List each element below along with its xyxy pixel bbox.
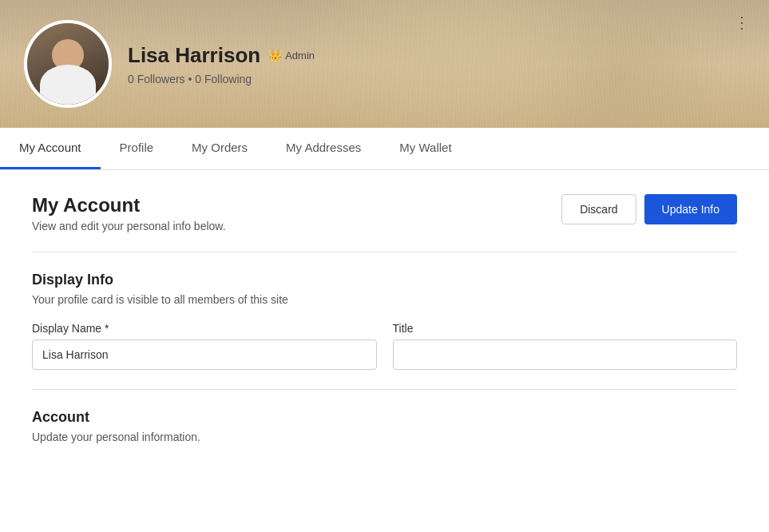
page-title: My Account xyxy=(32,194,226,216)
crown-icon: 👑 xyxy=(268,49,282,62)
avatar xyxy=(27,23,109,105)
nav-tabs: My Account Profile My Orders My Addresse… xyxy=(0,128,769,170)
title-input[interactable] xyxy=(393,339,738,370)
update-info-button[interactable]: Update Info xyxy=(644,194,737,224)
user-name: Lisa Harrison xyxy=(128,43,260,68)
page-title-block: My Account View and edit your personal i… xyxy=(32,194,226,232)
admin-badge: 👑 Admin xyxy=(268,49,315,62)
main-content: My Account View and edit your personal i… xyxy=(0,170,769,483)
title-group: Title xyxy=(393,322,738,370)
display-info-title: Display Info xyxy=(32,272,737,288)
display-name-input[interactable] xyxy=(32,339,377,370)
user-stats: 0 Followers • 0 Following xyxy=(128,73,315,85)
following-count: 0 Following xyxy=(195,73,252,85)
display-info-section: Display Info Your profile card is visibl… xyxy=(32,272,737,370)
user-name-row: Lisa Harrison 👑 Admin xyxy=(128,43,315,68)
account-section: Account Update your personal information… xyxy=(32,409,737,443)
banner-content: Lisa Harrison 👑 Admin 0 Followers • 0 Fo… xyxy=(0,0,769,128)
tab-my-account[interactable]: My Account xyxy=(0,128,101,169)
avatar-wrapper xyxy=(24,20,112,108)
banner: Lisa Harrison 👑 Admin 0 Followers • 0 Fo… xyxy=(0,0,769,128)
divider-1 xyxy=(32,252,737,252)
display-info-desc: Your profile card is visible to all memb… xyxy=(32,293,737,306)
action-buttons: Discard Update Info xyxy=(561,194,737,224)
account-section-desc: Update your personal information. xyxy=(32,431,737,443)
page-subtitle: View and edit your personal info below. xyxy=(32,220,226,232)
tab-my-addresses[interactable]: My Addresses xyxy=(267,128,380,169)
admin-label: Admin xyxy=(285,50,315,62)
user-info: Lisa Harrison 👑 Admin 0 Followers • 0 Fo… xyxy=(128,43,315,85)
display-name-label: Display Name * xyxy=(32,322,377,335)
divider-2 xyxy=(32,389,737,390)
tab-profile[interactable]: Profile xyxy=(101,128,173,169)
banner-more-button[interactable]: ⋮ xyxy=(727,10,756,35)
tab-my-wallet[interactable]: My Wallet xyxy=(380,128,470,169)
section-header: My Account View and edit your personal i… xyxy=(32,194,737,232)
followers-count: 0 Followers xyxy=(128,73,185,85)
discard-button[interactable]: Discard xyxy=(561,194,636,224)
title-label: Title xyxy=(393,322,738,335)
display-name-group: Display Name * xyxy=(32,322,377,370)
account-section-title: Account xyxy=(32,409,737,426)
display-info-form-row: Display Name * Title xyxy=(32,322,737,370)
tab-my-orders[interactable]: My Orders xyxy=(172,128,267,169)
stat-separator: • xyxy=(188,73,192,85)
